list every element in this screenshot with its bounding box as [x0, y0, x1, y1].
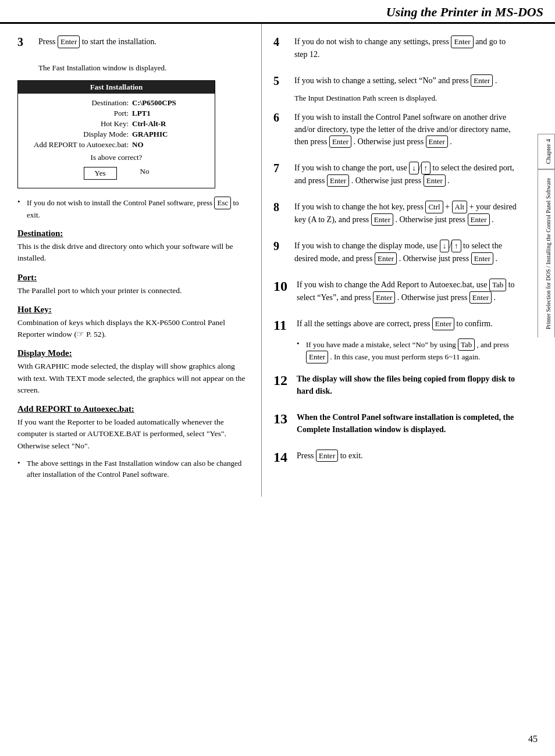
- step-3: 3 Press Enter to start the installation.: [17, 35, 250, 52]
- step-3-content: Press Enter to start the installation.: [38, 35, 250, 52]
- printer-tab: Printer Selection for DOS / Installing t…: [538, 169, 555, 337]
- tab-key-step10: Tab: [489, 279, 506, 291]
- step-13-number: 13: [273, 411, 297, 427]
- tab-key-step11: Tab: [458, 338, 475, 351]
- step-11-content: If all the settings above are correct, p…: [297, 318, 520, 334]
- displaymode-section: Display Mode: With GRAPHIC mode selected…: [17, 348, 250, 396]
- enter-key3-step7: Enter: [327, 174, 349, 187]
- enter-key3-step10: Enter: [469, 291, 492, 304]
- chapter-tab: Chapter 4: [538, 134, 555, 169]
- step-7: 7 If you wish to change the port, use ↓/…: [273, 162, 520, 190]
- step-5: 5 If you wish to change a setting, selec…: [273, 74, 520, 91]
- fi-value-displaymode: GRAPHIC: [132, 130, 168, 139]
- enter-key2-step10: Enter: [373, 291, 395, 304]
- enter-key4-step7: Enter: [424, 174, 446, 187]
- enter-key3-step8: Enter: [371, 213, 393, 226]
- enter-key-step3: Enter: [58, 35, 80, 48]
- step-13-text: When the Control Panel software installa…: [297, 411, 520, 436]
- fi-yes-button[interactable]: Yes: [84, 167, 117, 180]
- fi-no-button[interactable]: No: [140, 167, 150, 180]
- step-14: 14 Press Enter to exit.: [273, 450, 520, 466]
- enter-key-step14: Enter: [316, 450, 338, 462]
- destination-body: This is the disk drive and directory ont…: [17, 241, 250, 265]
- step-11: 11 If all the settings above are correct…: [273, 318, 520, 334]
- step-7-number: 7: [273, 162, 294, 175]
- addreport-section: Add REPORT to Autoexec.bat: If you want …: [17, 404, 250, 452]
- step-8: 8 If you wish to change the hot key, pre…: [273, 201, 520, 229]
- destination-heading: Destination:: [17, 229, 250, 238]
- side-tab-container: Chapter 4 Printer Selection for DOS / In…: [538, 134, 555, 337]
- step-10-number: 10: [273, 279, 297, 294]
- step-13: 13 When the Control Panel software insta…: [273, 411, 520, 439]
- step-3-text: Press Enter to start the installation.: [38, 35, 250, 48]
- fi-label-addreport: Add REPORT to Autoexec.bat:: [27, 140, 132, 149]
- step-4-number: 4: [273, 35, 294, 49]
- step-5-sub: The Input Destination Path screen is dis…: [294, 92, 520, 104]
- fi-value-hotkey: Ctrl-Alt-R: [132, 119, 166, 129]
- fi-value-port: LPT1: [132, 109, 151, 118]
- down-key-step7: ↓: [409, 162, 419, 174]
- step-8-content: If you wish to change the hot key, press…: [294, 201, 520, 229]
- ctrl-key-step8: Ctrl: [425, 201, 443, 213]
- step-6: 6 If you wish to install the Control Pan…: [273, 111, 520, 152]
- enter-key-step11b: Enter: [306, 351, 328, 363]
- fi-row-port: Port: LPT1: [27, 109, 205, 118]
- final-bullet-content: The above settings in the Fast Installat…: [27, 458, 250, 480]
- fi-label-port: Port:: [27, 109, 132, 118]
- port-heading: Port:: [17, 273, 250, 283]
- addreport-body: If you want the Reporter to be loaded au…: [17, 416, 250, 452]
- fi-value-addreport: NO: [132, 140, 144, 149]
- enter-key3-step9: Enter: [375, 252, 397, 265]
- step-12-content: The display will show the files being co…: [297, 373, 520, 401]
- fi-question: Is above correct?: [27, 153, 205, 162]
- fi-label-displaymode: Display Mode:: [27, 130, 132, 139]
- fi-box-title: Fast Installation: [18, 81, 215, 94]
- bullet-dot-2: •: [17, 458, 27, 480]
- step-3-bullet1: • If you do not wish to install the Cont…: [17, 197, 250, 220]
- step-11-number: 11: [273, 318, 297, 333]
- destination-section: Destination: This is the disk drive and …: [17, 229, 250, 265]
- up-key-step9: ↑: [451, 240, 461, 252]
- addreport-heading: Add REPORT to Autoexec.bat:: [17, 404, 250, 414]
- left-column: 3 Press Enter to start the installation.…: [0, 24, 262, 497]
- fi-row-displaymode: Display Mode: GRAPHIC: [27, 130, 205, 139]
- fi-label-destination: Destination:: [27, 98, 132, 108]
- final-bullet-left: • The above settings in the Fast Install…: [17, 458, 250, 480]
- step-10: 10 If you wish to change the Add Report …: [273, 279, 520, 307]
- step-4: 4 If you do not wish to change any setti…: [273, 35, 520, 64]
- enter-key1-step6: Enter: [329, 135, 351, 148]
- right-column: 4 If you do not wish to change any setti…: [262, 24, 555, 497]
- port-section: Port: The Parallel port to which your pr…: [17, 273, 250, 297]
- up-key-step7: ↑: [421, 162, 431, 174]
- main-content: 3 Press Enter to start the installation.…: [0, 24, 555, 497]
- step-9-number: 9: [273, 240, 294, 253]
- port-body: The Parallel port to which your printer …: [17, 285, 250, 297]
- fi-row-destination: Destination: C:\P6500CPS: [27, 98, 205, 108]
- fi-box-content: Destination: C:\P6500CPS Port: LPT1 Hot …: [18, 94, 215, 188]
- step-11-bullet: • If you have made a mistake, select “No…: [273, 338, 520, 363]
- fast-installation-box: Fast Installation Destination: C:\P6500C…: [17, 80, 215, 188]
- hotkey-heading: Hot Key:: [17, 305, 250, 315]
- displaymode-body: With GRAPHIC mode selected, the display …: [17, 361, 250, 396]
- step-6-content: If you wish to install the Control Panel…: [294, 111, 520, 152]
- fi-label-hotkey: Hot Key:: [27, 119, 132, 129]
- hotkey-body: Combination of keys which displays the K…: [17, 317, 250, 341]
- enter-key2-step6: Enter: [426, 135, 448, 148]
- hotkey-section: Hot Key: Combination of keys which displ…: [17, 305, 250, 341]
- displaymode-heading: Display Mode:: [17, 348, 250, 358]
- bullet-1-content: If you do not wish to install the Contro…: [27, 197, 250, 220]
- fi-row-addreport: Add REPORT to Autoexec.bat: NO: [27, 140, 205, 149]
- alt-key-step8: Alt: [452, 201, 468, 213]
- enter-key-step4: Enter: [451, 35, 473, 48]
- hotkey-ref: ☞ P. 52: [77, 330, 102, 338]
- enter-key-step5: Enter: [471, 74, 493, 87]
- step-9-content: If you wish to change the display mode, …: [294, 240, 520, 268]
- page-number: 45: [528, 734, 538, 744]
- step-7-content: If you wish to change the port, use ↓/↑ …: [294, 162, 520, 190]
- enter-key-step11: Enter: [432, 318, 454, 330]
- step-14-content: Press Enter to exit.: [297, 450, 520, 466]
- down-key-step9: ↓: [440, 240, 450, 252]
- fi-row-hotkey: Hot Key: Ctrl-Alt-R: [27, 119, 205, 129]
- step-13-content: When the Control Panel software installa…: [297, 411, 520, 439]
- step-6-number: 6: [273, 111, 294, 124]
